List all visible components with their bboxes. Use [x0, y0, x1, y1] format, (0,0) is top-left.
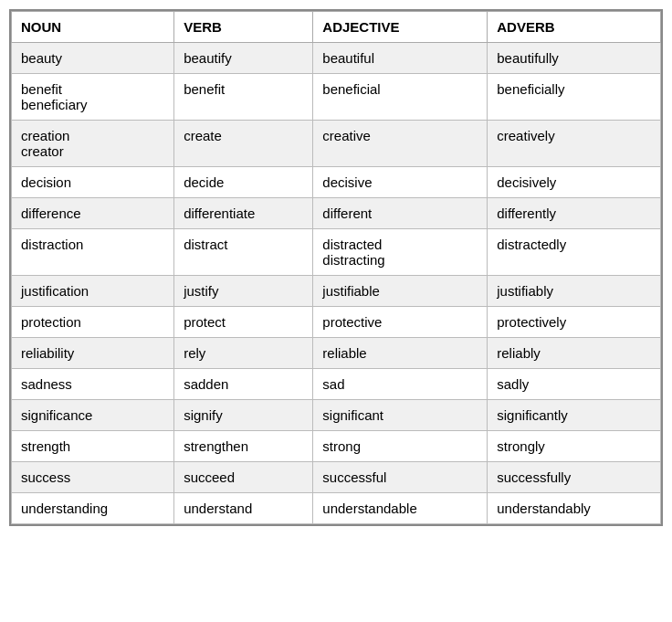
table-row: beautybeautifybeautifulbeautifully — [12, 43, 661, 74]
cell-adjective: creative — [313, 121, 488, 167]
cell-noun: distraction — [12, 229, 174, 276]
cell-adverb: beautifully — [488, 43, 661, 74]
cell-verb: understand — [174, 493, 313, 524]
cell-adjective: strong — [313, 431, 488, 462]
header-row: NOUN VERB ADJECTIVE ADVERB — [12, 12, 661, 43]
cell-verb: benefit — [174, 74, 313, 121]
cell-noun: significance — [12, 400, 174, 431]
cell-adjective: different — [313, 198, 488, 229]
cell-noun: justification — [12, 276, 174, 307]
table-row: distractiondistractdistracted distractin… — [12, 229, 661, 276]
cell-adverb: sadly — [488, 369, 661, 400]
cell-adverb: successfully — [488, 462, 661, 493]
cell-verb: decide — [174, 167, 313, 198]
cell-noun: benefit beneficiary — [12, 74, 174, 121]
table-row: successsucceedsuccessfulsuccessfully — [12, 462, 661, 493]
cell-verb: beautify — [174, 43, 313, 74]
cell-noun: difference — [12, 198, 174, 229]
cell-adverb: creatively — [488, 121, 661, 167]
table-row: protectionprotectprotectiveprotectively — [12, 307, 661, 338]
cell-verb: sadden — [174, 369, 313, 400]
word-forms-table-wrapper: NOUN VERB ADJECTIVE ADVERB beautybeautif… — [9, 9, 663, 526]
cell-adjective: significant — [313, 400, 488, 431]
header-noun: NOUN — [12, 12, 174, 43]
cell-adjective: beautiful — [313, 43, 488, 74]
cell-adverb: significantly — [488, 400, 661, 431]
cell-verb: strengthen — [174, 431, 313, 462]
cell-verb: rely — [174, 338, 313, 369]
header-adverb: ADVERB — [488, 12, 661, 43]
table-row: differencedifferentiatedifferentdifferen… — [12, 198, 661, 229]
cell-adjective: distracted distracting — [313, 229, 488, 276]
cell-adverb: protectively — [488, 307, 661, 338]
header-adjective: ADJECTIVE — [313, 12, 488, 43]
cell-adjective: sad — [313, 369, 488, 400]
cell-adjective: justifiable — [313, 276, 488, 307]
table-row: benefit beneficiarybenefitbeneficialbene… — [12, 74, 661, 121]
table-row: understandingunderstandunderstandableund… — [12, 493, 661, 524]
cell-adverb: differently — [488, 198, 661, 229]
cell-noun: strength — [12, 431, 174, 462]
table-row: justificationjustifyjustifiablejustifiab… — [12, 276, 661, 307]
table-row: significancesignifysignificantsignifican… — [12, 400, 661, 431]
cell-adjective: reliable — [313, 338, 488, 369]
cell-noun: beauty — [12, 43, 174, 74]
cell-adverb: decisively — [488, 167, 661, 198]
cell-adverb: distractedly — [488, 229, 661, 276]
table-row: sadnesssaddensadsadly — [12, 369, 661, 400]
cell-adverb: understandably — [488, 493, 661, 524]
cell-adjective: beneficial — [313, 74, 488, 121]
table-row: reliabilityrelyreliablereliably — [12, 338, 661, 369]
cell-adjective: understandable — [313, 493, 488, 524]
cell-adjective: successful — [313, 462, 488, 493]
header-verb: VERB — [174, 12, 313, 43]
cell-adverb: justifiably — [488, 276, 661, 307]
cell-noun: success — [12, 462, 174, 493]
cell-noun: protection — [12, 307, 174, 338]
table-row: creation creatorcreatecreativecreatively — [12, 121, 661, 167]
table-row: strengthstrengthenstrongstrongly — [12, 431, 661, 462]
cell-verb: succeed — [174, 462, 313, 493]
cell-noun: sadness — [12, 369, 174, 400]
cell-verb: justify — [174, 276, 313, 307]
table-row: decisiondecidedecisivedecisively — [12, 167, 661, 198]
cell-noun: creation creator — [12, 121, 174, 167]
cell-noun: understanding — [12, 493, 174, 524]
cell-adjective: decisive — [313, 167, 488, 198]
word-forms-table: NOUN VERB ADJECTIVE ADVERB beautybeautif… — [11, 11, 661, 524]
cell-verb: differentiate — [174, 198, 313, 229]
cell-adverb: strongly — [488, 431, 661, 462]
cell-verb: distract — [174, 229, 313, 276]
table-body: beautybeautifybeautifulbeautifullybenefi… — [12, 43, 661, 524]
cell-verb: protect — [174, 307, 313, 338]
cell-adverb: reliably — [488, 338, 661, 369]
cell-verb: create — [174, 121, 313, 167]
cell-adjective: protective — [313, 307, 488, 338]
cell-adverb: beneficially — [488, 74, 661, 121]
cell-verb: signify — [174, 400, 313, 431]
cell-noun: reliability — [12, 338, 174, 369]
cell-noun: decision — [12, 167, 174, 198]
